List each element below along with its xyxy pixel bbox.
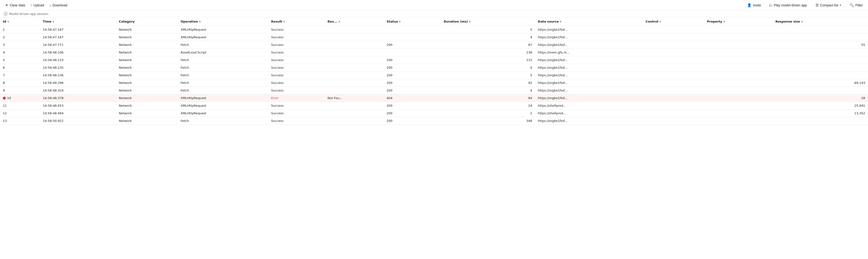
table-row[interactable]: 614:58:48.235NetworkFetchSuccess2004http… [0,64,868,71]
cell-time: 14:58:48.494 [40,110,116,117]
cell-control [643,33,704,41]
table-row[interactable]: 414:58:48.106NetworkAssetLoad.ScriptSucc… [0,49,868,56]
cell-operation: XMLHttpRequest [178,26,268,33]
response-size-sort-icon[interactable]: ∨ [801,20,803,23]
col-status: Status ∨ [384,17,441,26]
data-table: Id ∨ Time ∨ Category [0,17,868,125]
cell-res [324,110,384,117]
cell-control [643,71,704,79]
cell-status: 200 [384,110,441,117]
cell-property [704,94,773,102]
cell-property [704,110,773,117]
table-row[interactable]: 1314:58:50.922NetworkFetchSuccess200348h… [0,117,868,125]
info-icon: i [4,12,8,16]
cell-data-source: https://orgbe1fed... [535,117,643,125]
clear-data-icon: ✕ [5,3,8,7]
cell-result: Success [268,110,325,117]
cell-status: 404 [384,94,441,102]
play-button[interactable]: ▷ Play model-driven app [767,2,809,9]
cell-control [643,56,704,64]
table-row[interactable]: 214:58:47.167NetworkXMLHttpRequestSucces… [0,33,868,41]
cell-result: Error [268,94,325,102]
result-sort-icon[interactable]: ∨ [283,20,285,23]
data-source-sort-icon[interactable]: ∨ [560,20,562,23]
table-row[interactable]: 514:58:48.233NetworkFetchSuccess200115ht… [0,56,868,64]
table-row[interactable]: 1114:58:48.453NetworkXMLHttpRequestSucce… [0,102,868,110]
invite-label: Invite [753,3,761,7]
table-row[interactable]: 714:58:48.236NetworkFetchSuccess2005http… [0,71,868,79]
cell-res [324,33,384,41]
cell-category: Network [116,87,178,94]
col-property: Property ∨ [704,17,773,26]
cell-response-size [773,64,868,71]
cell-property [704,79,773,87]
cell-operation: XMLHttpRequest [178,33,268,41]
cell-control [643,102,704,110]
cell-status: 200 [384,117,441,125]
table-row[interactable]: 314:58:47.771NetworkFetchSuccess20087htt… [0,41,868,49]
table-row[interactable]: 114:58:47.167NetworkXMLHttpRequestSucces… [0,26,868,33]
cell-duration: 92 [441,79,535,87]
cell-id: 5 [0,56,40,64]
col-id: Id ∨ [0,17,40,26]
property-sort-icon[interactable]: ∨ [723,20,725,23]
cell-property [704,117,773,125]
cell-time: 14:58:47.771 [40,41,116,49]
res-sort-icon[interactable]: ∨ [338,20,340,23]
operation-sort-icon[interactable]: ∨ [199,20,201,23]
control-sort-icon[interactable]: ∨ [659,20,661,23]
cell-category: Network [116,94,178,102]
col-operation: Operation ∨ [178,17,268,26]
cell-status [384,49,441,56]
cell-operation: Fetch [178,56,268,64]
cell-operation: XMLHttpRequest [178,102,268,110]
cell-time: 14:58:48.235 [40,64,116,71]
cell-operation: Fetch [178,71,268,79]
filter-button[interactable]: 🔍 Filter [847,2,865,9]
id-sort-icon[interactable]: ∨ [7,20,9,23]
duration-sort-icon[interactable]: ∨ [469,20,471,23]
table-container: Id ∨ Time ∨ Category [0,17,868,125]
cell-res [324,102,384,110]
cell-category: Network [116,117,178,125]
cell-response-size [773,56,868,64]
col-category: Category [116,17,178,26]
cell-data-source: https://mem.gfx.m... [535,49,643,56]
cell-id: 1 [0,26,40,33]
cell-category: Network [116,41,178,49]
cell-property [704,64,773,71]
cell-id: 2 [0,33,40,41]
status-sort-icon[interactable]: ∨ [399,20,401,23]
cell-category: Network [116,26,178,33]
invite-button[interactable]: 👤 Invite [745,2,763,9]
upload-button[interactable]: ↑ Upload [28,2,46,8]
table-row[interactable]: 914:58:48.324NetworkFetchSuccess2004http… [0,87,868,94]
cell-duration: 2 [441,110,535,117]
cell-status [384,33,441,41]
toolbar-left: ✕ Clear data ↑ Upload ↓ Download [3,2,744,9]
table-row[interactable]: 1214:58:48.494NetworkXMLHttpRequestSucce… [0,110,868,117]
col-response-size: Response size ∨ [773,17,868,26]
table-row[interactable]: 1014:58:48.378NetworkXMLHttpRequestError… [0,94,868,102]
col-data-source: Data source ∨ [535,17,643,26]
clear-data-button[interactable]: ✕ Clear data [3,2,28,9]
compact-list-button[interactable]: ☰ Compact list ▾ [813,2,843,9]
table-row[interactable]: 814:58:48.296NetworkFetchSuccess20092htt… [0,79,868,87]
cell-control [643,49,704,56]
cell-response-size [773,87,868,94]
cell-response-size: 13,352 [773,110,868,117]
cell-result: Success [268,71,325,79]
cell-result: Success [268,87,325,94]
time-sort-icon[interactable]: ∨ [52,20,54,23]
cell-data-source: https://orgbe1fed... [535,33,643,41]
cell-res [324,41,384,49]
cell-category: Network [116,102,178,110]
upload-label: Upload [33,3,44,7]
download-button[interactable]: ↓ Download [47,2,70,8]
cell-id: 4 [0,49,40,56]
cell-category: Network [116,64,178,71]
cell-duration: 4 [441,64,535,71]
cell-operation: AssetLoad.Script [178,49,268,56]
cell-property [704,102,773,110]
cell-operation: XMLHttpRequest [178,110,268,117]
